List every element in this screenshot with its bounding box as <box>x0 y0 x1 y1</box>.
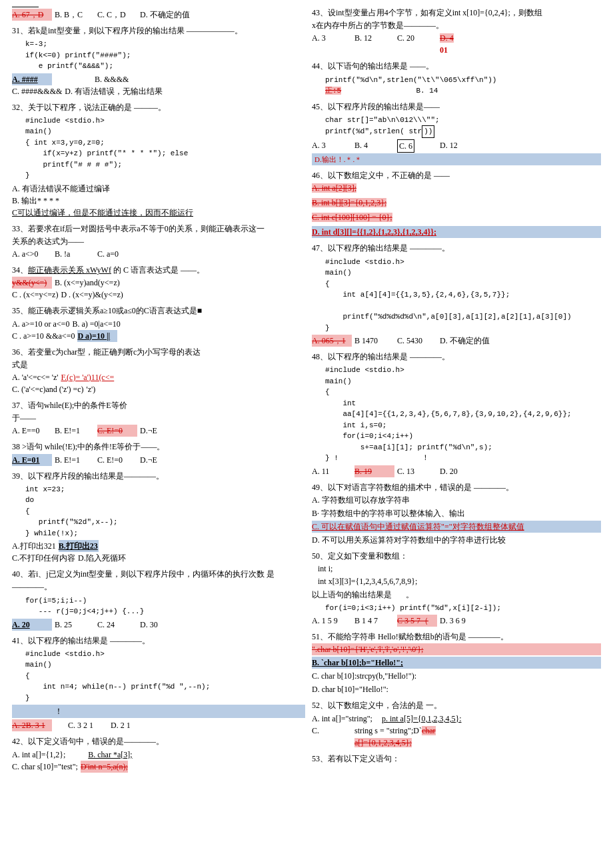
q47: 47、以下程序的输出结果是 ————。 #include <stdio.h> m… <box>312 242 601 347</box>
q51-b: B. `char b[10];b="Hello!"; <box>312 657 601 669</box>
q36-c: C. ('a'<=c)and ('z') =c) <box>12 383 84 395</box>
q37-title: 37、语句while(E);中的条件E等价于—— <box>12 399 305 425</box>
q45-code: char str[]="ab\n\012\\\""; printf(%d",st… <box>325 115 601 138</box>
q31: 31、若k是int型变量，则以下程序片段的输出结果 ——————。 k=-3; … <box>12 25 305 97</box>
q45-options: A. 3 B. 4 C. 6 D. 12 <box>312 139 601 153</box>
q37-b: B. E!=1 <box>55 425 95 437</box>
q50-b: B 1 4 7 <box>354 615 394 627</box>
q48-b: B. 19 <box>354 465 394 477</box>
q45-b: B. 4 <box>354 139 394 153</box>
q32-c: C可以通过编译，但是不能通过连接，因而不能运行 <box>12 207 193 219</box>
q52-c: C. <box>312 725 352 749</box>
q31-options2: C. ####&&&& D. 有语法错误，无输出结果 <box>12 85 305 97</box>
q42-d: D'int n=5,a(n); <box>81 761 128 773</box>
q42-options2: C. char s[10]="test"; D'int n=5,a(n); <box>12 761 305 773</box>
q45-box: )) <box>422 125 434 138</box>
q46-a-text: A. int a[2][3]; <box>312 183 356 193</box>
q39-code: int x=23; do { printf("%2d",x--); } whil… <box>25 484 305 539</box>
q40-options: A. 20 B. 25 C. 24 D. 30 <box>12 619 305 631</box>
q37-d: D.¬E <box>140 425 180 437</box>
q52-d-wrong: chara[]={0,1,2,3,4,5}; <box>354 726 436 747</box>
q31-d: D. 有语法错误，无输出结果 <box>65 85 163 97</box>
q31-a: A. #### <box>12 73 52 85</box>
top-divider <box>12 7 39 7</box>
q34: 34、能正确表示关系 xWyWf 的 C 语言表达式是 ——。 y&&(y<=)… <box>12 264 305 301</box>
q46-options: A. int a[2][3]; B. int b[][3]={0,1,2,3};… <box>312 182 601 238</box>
q46-d: D. int d[3][]={{1,2},{1,2,3},{1,2,3,4}}; <box>312 226 601 238</box>
q34-options: y&&(y<=) B. (x<=y)and(y<=z) <box>12 277 305 289</box>
q39-options: A.打印出321 B.打印出23 <box>12 540 305 552</box>
q49-a: A. 字符数组可以存放字符串 <box>312 494 601 506</box>
q34-c: C . (x<=y<=z) <box>12 289 58 301</box>
page-content: A. 67，D B. B，C C. C，D D. 不确定的值 31、若k是int… <box>12 7 601 777</box>
q42-b: B. char *a[3]; <box>88 749 132 761</box>
q36-d: 'z') <box>87 383 127 395</box>
q52-options2: C. string s = "string";D`chara[]={0,1,2,… <box>312 725 601 749</box>
q38-a: A. E=01 <box>12 454 52 466</box>
q44: 44、以下语句的输出结果是 ——。 printf("%d\n",strlen("… <box>312 60 601 96</box>
q37-options: A. E==0 B. E!=1 C. E!=0 D.¬E <box>12 425 305 437</box>
q30-a: A. 67，D <box>12 9 52 21</box>
q35-a: A. a>=10 or a<=0 <box>12 318 69 330</box>
q42-options: A. int a[]={1,2}; B. char *a[3]; <box>12 749 305 761</box>
q38: 38 >语句 while(!E);中的条件!E等价于——。 A. E=01 B.… <box>12 441 305 465</box>
q46-b: B. int b[][3]={0,1,2,3}; <box>312 197 601 209</box>
q46-title: 46、以下数组定义中，不正确的是 —— <box>312 169 601 182</box>
q37: 37、语句while(E);中的条件E等价于—— A. E==0 B. E!=1… <box>12 399 305 437</box>
q47-a: A. 065，1 <box>312 335 352 347</box>
q43-d: D. 401 <box>440 32 480 56</box>
left-column: A. 67，D B. B，C C. C，D D. 不确定的值 31、若k是int… <box>12 7 305 777</box>
q32-a: A. 有语法错误不能通过编译 <box>12 183 110 195</box>
q48: 48、以下程序的输出结果是 ————。 #include <stdio.h> m… <box>312 351 601 477</box>
q35: 35、能正确表示逻辑关系a≥10或a≤0的C语言表达式是■ A. a>=10 o… <box>12 305 305 341</box>
q31-code: k=-3; if(k<=0) printf("####"); e printf(… <box>25 39 305 72</box>
q35-b: B. a) =0|a<=10 <box>72 318 120 330</box>
q46-c: C. int c[100][100] = {0}; <box>312 211 601 223</box>
q40-d: D. 30 <box>140 619 180 631</box>
q52-a: A. int a[]="string"; <box>312 713 372 725</box>
q47-options: A. 065，1 B 1470 C. 5430 D. 不确定的值 <box>312 335 601 347</box>
q52: 52、以下数组定义中，合法的是 一。 A. int a[]="string"; … <box>312 699 601 748</box>
q35-title: 35、能正确表示逻辑关系a≥10或a≤0的C语言表达式是■ <box>12 305 305 317</box>
q31-title: 31、若k是int型变量，则以下程序片段的输出结果 ——————。 <box>12 25 305 37</box>
q38-b: B. E!=1 <box>55 454 95 466</box>
q33-a: A. a<>0 <box>12 248 52 260</box>
q33-title: 33、若要求在if后一对圆括号中表示a不等于0的关系，则能正确表示这一关系的表达… <box>12 223 305 248</box>
q39: 39、以下程序片段的输出结果是————。 int x=23; do { prin… <box>12 470 305 565</box>
q47-title: 47、以下程序的输出结果是 ————。 <box>312 242 601 255</box>
q48-d: D. 20 <box>440 465 480 477</box>
q33: 33、若要求在if后一对圆括号中表示a不等于0的关系，则能正确表示这一关系的表达… <box>12 223 305 260</box>
q34-b: B. (x<=y)and(y<=z) <box>55 277 120 289</box>
q43-options: A. 3 B. 12 C. 20 D. 401 <box>312 32 601 56</box>
q45: 45、以下程序片段的输出结果是—— char str[]="ab\n\012\\… <box>312 101 601 166</box>
q51-d: D. char b[10]="Hello!": <box>312 683 601 695</box>
q37-a: A. E==0 <box>12 425 52 437</box>
q41-answer-area: ！ <box>12 705 305 718</box>
q51-a: ".char b[10]={'H','e','l','l','o','!','\… <box>312 643 601 655</box>
q37-c: C. E!=0 <box>97 425 137 437</box>
q49-d: D. 不可以用关系运算符对字符数组中的字符串进行比较 <box>312 534 601 546</box>
q45-title: 45、以下程序片段的输出结果是—— <box>312 101 601 113</box>
q39-c: C.不打印任何内容 <box>12 552 75 564</box>
q34-a: y&&(y<=) <box>12 277 52 289</box>
q49-title: 49、以下对语言字符数组的描术中，错误的是 ————。 <box>312 481 601 494</box>
q40-b: B. 25 <box>55 619 95 631</box>
q42-title: 42、以下定义语句中，错误的是————。 <box>12 735 305 748</box>
q47-b: B 1470 <box>354 335 394 347</box>
q30-c: C. C，D <box>97 9 137 21</box>
q30-b: B. B，C <box>55 9 95 21</box>
q43: 43、设int型变量占用4个字节，如有定义int x[10]={0,2,4};，… <box>312 7 601 56</box>
q46-c-text: C. int c[100][100] = {0}; <box>312 213 392 222</box>
q50-a: A. 1 5 9 <box>312 615 352 627</box>
q32-b: B. 输出* * * * <box>12 195 59 207</box>
q36-title: 36、若变量c为char型，能正确判断c为小写字母的表达式是 <box>12 346 305 371</box>
q48-code: #include <stdio.h> main() { int aa[4][4]… <box>325 365 601 464</box>
q39-title: 39、以下程序片段的输出结果是————。 <box>12 470 305 483</box>
q51-c: C. char b[10]:strcpy(b,"Hello!"): <box>312 670 601 682</box>
q43-c: C. 20 <box>397 32 437 56</box>
q41-d: D. 2 1 <box>111 719 151 731</box>
q35-options2: C . a>=10 &&a<=0 D a)=10 || <box>12 330 305 342</box>
q34-underline: 能正确表示关系 xWyWf <box>28 265 111 275</box>
q32-options: A. 有语法错误不能通过编译 <box>12 183 305 195</box>
q38-options: A. E=01 B. E!=1 C. E!=0 D.¬E <box>12 454 305 466</box>
